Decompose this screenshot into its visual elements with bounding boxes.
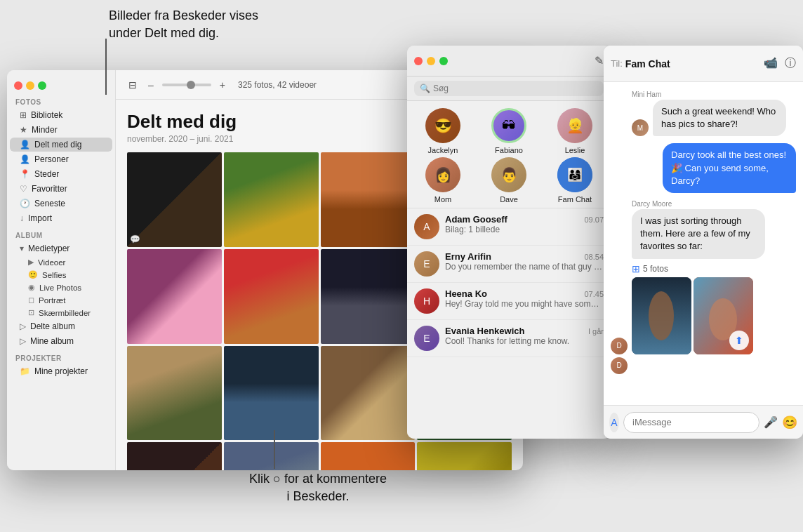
msg-bubble-darcy: I was just sorting through them. Here ar… <box>632 209 765 259</box>
imsg-emoji-btn[interactable]: 😊 <box>782 415 797 430</box>
photo-cell[interactable] <box>127 249 222 344</box>
contact-mom[interactable]: 👩 Mom <box>411 157 474 204</box>
photo-cell[interactable]: 💬 <box>127 442 222 470</box>
conv-name-erny: Erny Arifin <box>445 251 491 262</box>
conv-name-adam: Adam Gooseff <box>445 214 507 225</box>
photo-thumb-1[interactable] <box>632 277 691 354</box>
delt-icon: 👤 <box>20 140 30 149</box>
svg-point-1 <box>649 291 674 340</box>
info-icon[interactable]: ⓘ <box>785 56 796 71</box>
photo-cell[interactable] <box>417 442 512 470</box>
search-icon: 🔍 <box>420 84 430 93</box>
conv-time-heena: 07.45 <box>584 290 604 298</box>
sidebar-item-mine-album[interactable]: ▷ Mine album <box>10 334 112 348</box>
contact-jackelyn[interactable]: 😎 Jackelyn <box>411 108 474 154</box>
sidebar-item-personer[interactable]: 👤 Personer <box>10 152 112 166</box>
sidebar-item-favoritter[interactable]: ♡ Favoritter <box>10 182 112 196</box>
imsg-audio-btn[interactable]: 🎤 <box>764 415 778 429</box>
conv-body-evania: Evania Henkewich I går Cool! Thanks for … <box>445 326 604 346</box>
sidebar-item-minder[interactable]: ★ Minder <box>10 123 112 137</box>
annotation-line-top <box>105 39 107 95</box>
photo-cell[interactable]: 💬 <box>127 152 222 247</box>
videoer-icon: ▶ <box>28 258 34 267</box>
sidebar-item-import[interactable]: ↓ Import <box>10 211 112 225</box>
bibliotek-icon: ⊞ <box>20 110 27 120</box>
photo-cell[interactable] <box>224 152 319 247</box>
conv-body-adam: Adam Gooseff 09.07 Bilag: 1 billede <box>445 214 604 234</box>
compose-button[interactable]: ✎ <box>595 54 604 67</box>
conv-name-heena: Heena Ko <box>445 288 487 299</box>
live-photos-icon: ◉ <box>28 283 35 292</box>
sidebar-item-medietyper[interactable]: ▾ Medietyper <box>10 241 112 255</box>
zoom-out-btn[interactable]: – <box>145 78 157 92</box>
slideshow-btn[interactable]: ⊟ <box>126 78 140 92</box>
contact-avatar-famchat: 👨‍👩‍👧 <box>557 157 592 192</box>
sidebar-item-skaermbilleder[interactable]: ⊡ Skærmbilleder <box>10 307 112 319</box>
zoom-in-btn[interactable]: + <box>217 78 228 92</box>
sidebar-item-delt-med-dig[interactable]: 👤 Delt med dig <box>10 138 112 152</box>
imsg-apps-btn[interactable]: A <box>609 413 619 432</box>
annotation-top: Billeder fra Beskeder vises under Delt m… <box>109 7 258 42</box>
imsg-text-input[interactable] <box>623 412 759 433</box>
mine-projekter-icon: 📁 <box>20 366 30 376</box>
photo-thumb-1-svg <box>632 277 691 354</box>
traffic-light-red[interactable] <box>14 81 22 90</box>
sidebar-item-seneste[interactable]: 🕐 Seneste <box>10 197 112 211</box>
msg-traffic-light-yellow[interactable] <box>427 57 435 65</box>
msg-avatar-darcy: D <box>611 338 628 354</box>
sidebar-item-mine-projekter[interactable]: 📁 Mine projekter <box>10 364 112 378</box>
contact-fabiano[interactable]: 🕶 Fabiano <box>477 108 540 154</box>
conv-item-heena[interactable]: H Heena Ko 07.45 Hey! Gray told me you m… <box>407 283 611 320</box>
traffic-light-green[interactable] <box>38 81 46 90</box>
contact-name-fabiano: Fabiano <box>495 146 523 154</box>
photo-cell[interactable] <box>127 346 222 441</box>
imsg-titlebar: Til: Fam Chat 📹 ⓘ <box>604 46 803 82</box>
contact-fam-chat[interactable]: 👨‍👩‍👧 Fam Chat <box>543 157 606 204</box>
sidebar-item-videoer[interactable]: ▶ Videoer <box>10 256 112 268</box>
sidebar-item-delte-album[interactable]: ▷ Delte album <box>10 319 112 333</box>
photos-thumbnail-row[interactable]: ⬆ <box>632 277 765 354</box>
sidebar-item-steder[interactable]: 📍 Steder <box>10 167 112 181</box>
sidebar-section-fotos: Fotos <box>7 93 115 107</box>
photo-cell[interactable] <box>321 249 416 344</box>
photo-cell[interactable] <box>321 152 416 247</box>
msg-avatar-mini-ham: M <box>632 119 649 136</box>
sidebar-section-album: Album <box>7 226 115 241</box>
photo-cell[interactable] <box>321 346 416 441</box>
search-box[interactable]: 🔍 <box>414 81 604 96</box>
contact-avatar-dave: 👨 <box>491 157 526 192</box>
photo-count: 325 fotos, 42 videoer <box>238 80 317 90</box>
imessage-panel: Til: Fam Chat 📹 ⓘ Mini Ham M Such a grea… <box>604 46 803 439</box>
contact-avatar-leslie: 👱 <box>557 108 592 143</box>
seneste-icon: 🕐 <box>20 199 30 208</box>
contact-dave[interactable]: 👨 Dave <box>477 157 540 204</box>
mine-album-icon: ▷ <box>20 336 26 346</box>
conv-item-evania[interactable]: E Evania Henkewich I går Cool! Thanks fo… <box>407 320 611 357</box>
msg-traffic-light-red[interactable] <box>414 57 423 65</box>
photo-cell[interactable] <box>224 249 319 344</box>
share-photos-btn[interactable]: ⬆ <box>729 331 749 350</box>
sidebar-item-live-photos[interactable]: ◉ Live Photos <box>10 281 112 293</box>
sidebar-item-selfies[interactable]: 🙂 Selfies <box>10 269 112 281</box>
sidebar-item-bibliotek[interactable]: ⊞ Bibliotek <box>10 108 112 122</box>
search-input[interactable] <box>433 84 538 93</box>
conv-item-erny[interactable]: E Erny Arifin 08.54 Do you remember the … <box>407 246 611 283</box>
conv-avatar-heena: H <box>414 288 439 314</box>
photo-cell[interactable]: ♡ <box>224 442 319 470</box>
facetime-icon[interactable]: 📹 <box>764 56 778 71</box>
zoom-slider[interactable] <box>162 84 211 86</box>
comment-icon: 💬 <box>130 234 140 244</box>
photo-cell[interactable] <box>321 442 416 470</box>
conv-item-adam[interactable]: A Adam Gooseff 09.07 Bilag: 1 billede <box>407 208 611 246</box>
photos-count-badge: ⊞ 5 fotos <box>632 263 765 274</box>
msg-row-darcy: D I was just sorting through them. Here … <box>611 209 796 354</box>
steder-icon: 📍 <box>20 169 30 179</box>
photo-thumb-2[interactable]: ⬆ <box>694 277 753 354</box>
contact-leslie[interactable]: 👱 Leslie <box>543 108 606 154</box>
photo-cell[interactable] <box>224 346 319 441</box>
traffic-light-yellow[interactable] <box>26 81 34 90</box>
sidebar-item-portraet[interactable]: ◻ Portræt <box>10 294 112 306</box>
msg-traffic-light-green[interactable] <box>439 57 448 65</box>
conv-preview-erny: Do you remember the name of that guy fro… <box>445 262 604 272</box>
contact-name-fam-chat: Fam Chat <box>558 195 592 204</box>
